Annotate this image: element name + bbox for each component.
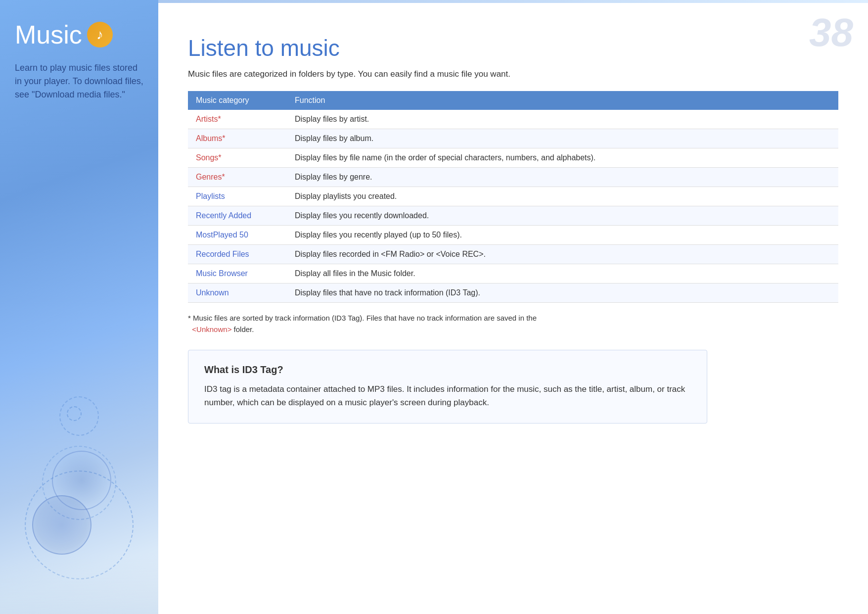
- table-row: Songs*Display files by file name (in the…: [188, 148, 838, 168]
- table-row: Recorded FilesDisplay files recorded in …: [188, 245, 838, 264]
- footnote-text3: folder.: [231, 325, 254, 333]
- table-cell-function: Display playlists you created.: [287, 187, 838, 206]
- table-row: PlaylistsDisplay playlists you created.: [188, 187, 838, 206]
- table-row: UnknownDisplay files that have no track …: [188, 283, 838, 303]
- sidebar-description: Learn to play music files stored in your…: [15, 61, 143, 101]
- page-title: Listen to music: [188, 35, 838, 61]
- id3-box-title: What is ID3 Tag?: [204, 364, 691, 376]
- id3-box-description: ID3 tag is a metadata container attached…: [204, 382, 691, 409]
- deco-circle-5: [52, 451, 111, 510]
- table-row: Genres*Display files by genre.: [188, 168, 838, 187]
- sidebar: Music Learn to play music files stored i…: [0, 0, 158, 614]
- table-cell-function: Display files recorded in <FM Radio> or …: [287, 245, 838, 264]
- table-cell-category: Genres*: [188, 168, 287, 187]
- table-cell-category: Unknown: [188, 283, 287, 303]
- table-cell-function: Display files you recently downloaded.: [287, 206, 838, 226]
- footnote-text2: <Unknown>: [192, 325, 231, 333]
- table-cell-category: MostPlayed 50: [188, 226, 287, 245]
- sidebar-fade: [0, 555, 158, 614]
- table-cell-category: Music Browser: [188, 264, 287, 283]
- footnote-text: * Music files are sorted by track inform…: [188, 314, 537, 322]
- table-cell-category: Recently Added: [188, 206, 287, 226]
- table-cell-function: Display files by album.: [287, 129, 838, 148]
- music-icon: [87, 22, 113, 47]
- table-row: Artists*Display files by artist.: [188, 110, 838, 129]
- main-content: 38 Listen to music Music files are categ…: [158, 0, 868, 614]
- table-cell-category: Songs*: [188, 148, 287, 168]
- sidebar-header: Music: [15, 20, 143, 49]
- deco-circle-6: [67, 406, 82, 421]
- table-header-function: Function: [287, 91, 838, 110]
- id3-info-box: What is ID3 Tag? ID3 tag is a metadata c…: [188, 350, 707, 424]
- table-header-category: Music category: [188, 91, 287, 110]
- table-row: Music BrowserDisplay all files in the Mu…: [188, 264, 838, 283]
- table-cell-function: Display all files in the Music folder.: [287, 264, 838, 283]
- table-cell-function: Display files by artist.: [287, 110, 838, 129]
- table-row: Albums*Display files by album.: [188, 129, 838, 148]
- sidebar-title-text: Music: [15, 20, 82, 49]
- footnote: * Music files are sorted by track inform…: [188, 313, 838, 335]
- table-cell-function: Display files that have no track informa…: [287, 283, 838, 303]
- table-cell-function: Display files you recently played (up to…: [287, 226, 838, 245]
- page-subtitle: Music files are categorized in folders b…: [188, 69, 838, 79]
- table-cell-category: Artists*: [188, 110, 287, 129]
- table-cell-category: Recorded Files: [188, 245, 287, 264]
- music-category-table: Music category Function Artists*Display …: [188, 91, 838, 303]
- table-cell-category: Playlists: [188, 187, 287, 206]
- top-accent-bar: [158, 0, 868, 3]
- table-cell-function: Display files by genre.: [287, 168, 838, 187]
- table-row: Recently AddedDisplay files you recently…: [188, 206, 838, 226]
- table-cell-category: Albums*: [188, 129, 287, 148]
- table-cell-function: Display files by file name (in the order…: [287, 148, 838, 168]
- table-row: MostPlayed 50Display files you recently …: [188, 226, 838, 245]
- page-number: 38: [809, 10, 853, 55]
